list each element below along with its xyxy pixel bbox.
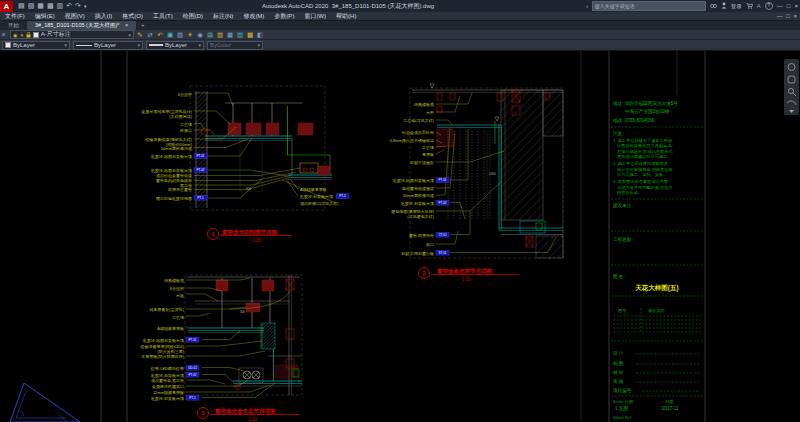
tab-document[interactable]: 3#_185_D101-D105 (天花大样图)* × [27,21,136,30]
color-combo[interactable]: ByLayer ▾ [2,41,70,50]
layers-toolbar: ≡ ◉ ☀ A-尺寸标注 ▾ ✎ ⇄ ↶ ▣ ▨ ☀ ◉ ▤ ▥ ▦ ▧ ▩ ◧ [0,30,800,40]
layer-color-swatch [33,32,39,38]
doc-minimize-button[interactable]: — [777,13,783,19]
svg-text:2. 施工单位必须遵循国家有关: 2. 施工单位必须遵循国家有关 [613,161,668,166]
detail-title: 窗帘盒遮光帘节点详图 [437,268,493,275]
layer-states-icon[interactable]: ◧ [256,30,264,39]
qat-dropdown-icon[interactable]: ▾ [84,0,87,12]
svg-text:金属烤漆格栅风口: 金属烤漆格栅风口 [151,384,184,389]
help-icon[interactable]: ? [765,2,773,10]
search-expand-icon[interactable]: › [586,3,588,9]
previous-layer-icon[interactable]: ↶ [156,30,164,39]
svg-text:PT-01: PT-01 [188,338,196,342]
app-store-cart-icon[interactable] [746,3,753,10]
svg-text:通知设计师确认后方可施工。: 通知设计师确认后方可施工。 [617,154,671,159]
svg-text:成品窗帘盒,遮光帘: 成品窗帘盒,遮光帘 [151,378,184,383]
layer-lock-icon[interactable] [26,32,31,38]
navigation-bar[interactable] [784,59,799,115]
detail-scale: 1:15 [252,238,261,243]
menu-insert[interactable]: 插入(I) [90,12,118,20]
search-input[interactable] [592,1,706,11]
autocad-app-button[interactable]: A [0,1,13,12]
menu-modify[interactable]: 修改(M) [238,12,269,20]
svg-text:PT-2: PT-2 [339,194,346,198]
properties-toolbar: ByLayer ▾ ByLayer ▾ ByLayer ▾ ByColor ▾ [0,40,800,51]
svg-text:工艺缝: 工艺缝 [422,145,434,150]
window-title: Autodesk AutoCAD 2020 3#_185_D101-D105 (… [262,0,434,12]
lineweight-combo-arrow[interactable]: ▾ [198,42,201,48]
layer-off-icon[interactable]: ◉ [196,30,204,39]
sheet-label: Sheet NO. [613,415,633,420]
menu-tools[interactable]: 工具(T) [148,12,178,20]
undo-icon[interactable]: ↶ [66,0,72,12]
autodesk-apps-icon[interactable]: A [757,3,761,9]
detail-number: 1 [211,231,214,237]
restore-button[interactable]: □ [787,3,791,9]
menu-bar: 文件(F) 编辑(E) 视图(V) 插入(I) 格式(O) 工具(T) 绘图(D… [0,12,800,21]
address-line1: 地址: 深圳市福田区滨河大道5号 [612,101,678,107]
svg-text:哑光白色乳胶漆饰面: 哑光白色乳胶漆饰面 [156,196,192,201]
layer-on-icon[interactable]: ◉ [13,32,17,38]
lineweight-combo[interactable]: ByLayer ▾ [146,41,204,50]
open-icon[interactable]: ▧ [28,0,35,12]
layer-thaw-icon[interactable]: ☀ [19,32,23,38]
menu-view[interactable]: 视图(V) [60,12,90,20]
phone: 电话: 0755-8294066 [613,118,655,123]
svg-text:PT-02: PT-02 [438,201,446,205]
layer-copy-icon[interactable]: ▩ [246,30,254,39]
sign-review-label: 审 核 [613,379,624,384]
new-icon[interactable]: ▤ [18,0,25,12]
user-icon[interactable] [721,2,727,10]
linetype-combo-arrow[interactable]: ▾ [137,42,140,48]
doc-restore-button[interactable]: □ [786,13,789,19]
layer-combo[interactable]: ◉ ☀ A-尺寸标注 ▾ [10,30,134,39]
layer-isolate-icon[interactable]: ▣ [166,30,174,39]
dim-text: 1200 [489,172,496,176]
match-layer-icon[interactable]: ⇄ [146,30,154,39]
menu-window[interactable]: 窗口(W) [299,12,331,20]
svg-text:成品检修口(详见大样): 成品检修口(详见大样) [300,201,339,206]
close-button[interactable]: × [794,3,798,9]
menu-help[interactable]: 帮助(H) [331,12,361,20]
svg-text:乳胶漆,石膏板吊顶: 乳胶漆,石膏板吊顶 [151,373,184,378]
menu-draw[interactable]: 绘图(D) [178,12,208,20]
layer-freeze-icon[interactable]: ☀ [186,30,194,39]
saveas-icon[interactable]: ▩ [47,0,54,12]
plot-icon[interactable]: ▥ [57,0,64,12]
color-combo-arrow[interactable]: ▾ [64,42,67,48]
drawing-canvas[interactable]: 850 6分丝杆 金属吊顶转换层(需深化设计) (大样图另详) 工艺缝 检修口 … [0,51,800,422]
linetype-combo[interactable]: ByLayer ▾ [73,41,143,50]
layer-walk-icon[interactable]: ▥ [216,30,224,39]
doc-close-button[interactable]: × [794,13,797,19]
search-icon[interactable] [710,3,717,10]
menu-format[interactable]: 格式(O) [117,12,148,20]
menu-edit[interactable]: 编辑(E) [30,12,60,20]
menu-dimension[interactable]: 标注(N) [208,12,238,20]
redo-icon[interactable]: ↷ [75,0,81,12]
layer-lock-tool-icon[interactable]: ▤ [206,30,214,39]
new-tab-button[interactable]: + [136,21,149,30]
layer-name: A-尺寸标注 [41,30,71,39]
layer-combo-arrow[interactable]: ▾ [128,32,131,38]
layer-merge-icon[interactable]: ▦ [226,30,234,39]
layer-properties-icon[interactable]: ≡ [0,30,8,39]
sign-check-label: 校 对 [613,370,624,375]
save-icon[interactable]: ▦ [37,0,44,12]
layer-unisolate-icon[interactable]: ▨ [176,30,184,39]
signin-label[interactable]: 登录 [731,3,742,10]
menu-file[interactable]: 文件(F) [0,12,30,20]
svg-text:吊杆: 吊杆 [426,110,434,115]
svg-text:铝合金成品百叶帘: 铝合金成品百叶帘 [401,130,434,136]
minimize-button[interactable]: — [777,3,783,9]
tab-close-icon[interactable]: × [125,22,128,28]
project-no-label: 项目编号 [613,388,632,394]
layer-delete-icon[interactable]: ▧ [236,30,244,39]
dim-text: 300 [240,310,245,314]
make-layer-current-icon[interactable]: ✎ [136,30,144,39]
sign-design-label: 设 计 [613,350,624,356]
tab-start[interactable]: 开始 [0,21,27,30]
lineweight-sample [149,44,163,46]
svg-text:双层布艺窗帘: 双层布艺窗帘 [168,187,192,192]
menu-parametric[interactable]: 参数(P) [269,12,299,20]
date-label: 日期 [665,399,673,404]
